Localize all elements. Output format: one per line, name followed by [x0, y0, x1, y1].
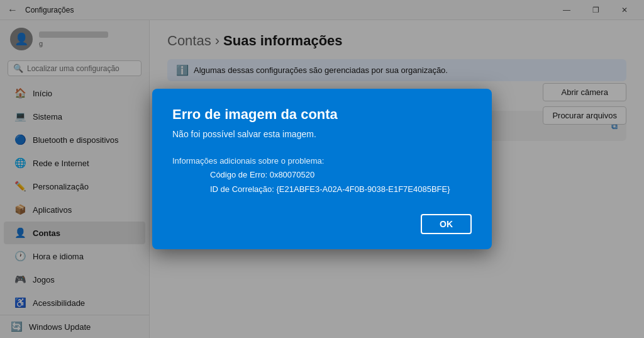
modal-details: Informações adicionais sobre o problema:… [172, 154, 472, 196]
modal-details-label: Informações adicionais sobre o problema: [172, 156, 324, 166]
error-modal: Erro de imagem da conta Não foi possível… [152, 89, 492, 249]
modal-error-code: Código de Erro: 0x80070520 [172, 168, 472, 182]
modal-title: Erro de imagem da conta [172, 106, 472, 123]
modal-subtitle: Não foi possível salvar esta imagem. [172, 129, 472, 139]
modal-correlation-id: ID de Correlação: {E21ABFE3-A02A-4F0B-90… [172, 183, 472, 196]
modal-ok-button[interactable]: OK [421, 214, 472, 234]
modal-overlay: Erro de imagem da conta Não foi possível… [0, 0, 644, 338]
modal-footer: OK [172, 214, 472, 234]
